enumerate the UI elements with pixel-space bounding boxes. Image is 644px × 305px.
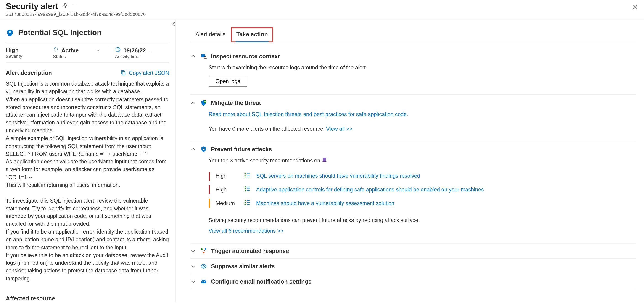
status-label: Status bbox=[53, 54, 103, 59]
severity-bar bbox=[208, 185, 210, 195]
chevron-down-icon bbox=[190, 264, 196, 269]
severity-label: High bbox=[216, 186, 238, 194]
recommendation-row: HighAdaptive application controls for de… bbox=[208, 183, 636, 197]
pin-icon[interactable] bbox=[62, 3, 68, 10]
recommendation-row: HighSQL servers on machines should have … bbox=[208, 170, 636, 183]
tab-take-action[interactable]: Take action bbox=[231, 28, 273, 42]
svg-rect-9 bbox=[323, 158, 326, 161]
svg-rect-10 bbox=[323, 161, 326, 162]
section-prevent-header[interactable]: Prevent future attacks bbox=[190, 144, 636, 154]
svg-rect-2 bbox=[10, 33, 10, 33]
stat-severity: High Severity bbox=[6, 47, 47, 59]
chevron-down-icon bbox=[190, 248, 196, 254]
alert-description-text: SQL Injection is a common database attac… bbox=[6, 80, 169, 283]
section-trigger-response: Trigger automated response bbox=[190, 244, 636, 259]
mail-icon bbox=[200, 278, 207, 285]
inspect-text: Start with examining the resource logs a… bbox=[208, 64, 636, 72]
resource-icon bbox=[322, 158, 328, 164]
mitigate-viewall-link[interactable]: View all >> bbox=[326, 125, 352, 132]
section-inspect-title: Inspect resource context bbox=[211, 53, 280, 59]
section-trigger-title: Trigger automated response bbox=[211, 248, 289, 254]
status-value: Active bbox=[61, 47, 78, 54]
close-icon[interactable] bbox=[632, 4, 638, 11]
section-email-header[interactable]: Configure email notification settings bbox=[190, 277, 636, 286]
eye-off-icon bbox=[200, 263, 207, 270]
blade-header: Security alert ··· 2517380832749999999_f… bbox=[0, 0, 644, 19]
tabs: Alert details Take action bbox=[190, 28, 636, 42]
copy-alert-json-label: Copy alert JSON bbox=[129, 70, 169, 76]
affected-resource-heading: Affected resource bbox=[6, 295, 169, 302]
prevent-footer-text: Solving security recommendations can pre… bbox=[208, 216, 636, 225]
section-mitigate-threat: Mitigate the threat Read more about SQL … bbox=[190, 95, 636, 141]
copy-icon bbox=[120, 70, 126, 75]
recommendation-link[interactable]: Adaptive application controls for defini… bbox=[256, 186, 484, 194]
workflow-icon bbox=[200, 248, 207, 254]
svg-point-13 bbox=[203, 252, 204, 254]
recommendation-link[interactable]: SQL servers on machines should have vuln… bbox=[256, 172, 420, 181]
mitigate-readmore-link[interactable]: Read more about SQL Injection threats an… bbox=[208, 111, 408, 117]
prevent-viewall-link[interactable]: View all 6 recommendations >> bbox=[208, 228, 284, 234]
checklist-icon bbox=[244, 185, 250, 195]
page-title: Security alert bbox=[6, 1, 58, 11]
mitigate-more-alerts-text: You have 0 more alerts on the affected r… bbox=[208, 125, 326, 132]
svg-point-14 bbox=[203, 266, 204, 267]
severity-bar bbox=[208, 199, 210, 208]
svg-rect-1 bbox=[10, 31, 10, 33]
stat-status[interactable]: Active Status bbox=[47, 47, 110, 59]
stat-activity-time: 09/26/22… Activity time bbox=[109, 47, 169, 59]
section-prevent-title: Prevent future attacks bbox=[211, 146, 272, 153]
section-trigger-header[interactable]: Trigger automated response bbox=[190, 247, 636, 255]
shield-lock-icon bbox=[200, 146, 207, 153]
recommendation-row: MediumMachines should have a vulnerabili… bbox=[208, 197, 636, 210]
severity-label: High bbox=[216, 172, 238, 181]
chevron-down-icon[interactable] bbox=[96, 47, 100, 54]
section-inspect-resource: Inspect resource context Start with exam… bbox=[190, 48, 636, 94]
section-mitigate-header[interactable]: Mitigate the threat bbox=[190, 98, 636, 108]
alert-name: Potential SQL Injection bbox=[18, 28, 102, 37]
section-suppress-title: Suppress similar alerts bbox=[211, 263, 275, 270]
shield-plus-icon bbox=[200, 99, 207, 106]
more-icon[interactable]: ··· bbox=[72, 1, 80, 8]
right-panel: Alert details Take action Inspect resour… bbox=[176, 19, 644, 302]
section-inspect-header[interactable]: Inspect resource context bbox=[190, 51, 636, 61]
severity-label: Medium bbox=[216, 199, 238, 208]
section-suppress-header[interactable]: Suppress similar alerts bbox=[190, 262, 636, 270]
shield-icon bbox=[6, 29, 14, 37]
chevron-up-icon bbox=[190, 146, 196, 152]
section-suppress-alerts: Suppress similar alerts bbox=[190, 259, 636, 274]
stats-row: High Severity Active Status 09/26/22… bbox=[6, 43, 169, 63]
chevron-down-icon bbox=[190, 279, 196, 285]
checklist-icon bbox=[244, 172, 250, 181]
description-heading: Alert description bbox=[6, 69, 52, 76]
chevron-up-icon bbox=[190, 53, 196, 59]
svg-rect-8 bbox=[203, 149, 204, 150]
svg-rect-15 bbox=[201, 280, 206, 283]
left-panel: Potential SQL Injection High Severity Ac… bbox=[0, 19, 176, 302]
copy-alert-json-button[interactable]: Copy alert JSON bbox=[120, 70, 169, 76]
recommendations-list: HighSQL servers on machines should have … bbox=[208, 170, 636, 210]
section-email-title: Configure email notification settings bbox=[211, 278, 312, 285]
section-mitigate-title: Mitigate the threat bbox=[211, 99, 261, 106]
collapse-panel-icon[interactable] bbox=[170, 21, 176, 28]
activity-time-label: Activity time bbox=[115, 54, 164, 59]
open-logs-button[interactable]: Open logs bbox=[208, 75, 247, 87]
severity-label: Severity bbox=[6, 54, 41, 59]
prevent-intro-text: Your top 3 active security recommendatio… bbox=[208, 158, 322, 164]
spinner-icon bbox=[53, 47, 59, 54]
chevron-up-icon bbox=[190, 100, 196, 106]
svg-rect-4 bbox=[122, 72, 125, 75]
checklist-icon bbox=[244, 199, 250, 208]
section-prevent-attacks: Prevent future attacks Your top 3 active… bbox=[190, 141, 636, 244]
tab-alert-details[interactable]: Alert details bbox=[190, 28, 231, 42]
severity-value: High bbox=[6, 47, 41, 53]
alert-id: 2517380832749999999_f260411b-2dd4-4f7d-a… bbox=[6, 12, 638, 17]
activity-time-value: 09/26/22… bbox=[123, 47, 152, 54]
severity-bar bbox=[208, 172, 210, 181]
svg-point-6 bbox=[204, 56, 206, 58]
section-email-notifications: Configure email notification settings bbox=[190, 274, 636, 290]
recommendation-link[interactable]: Machines should have a vulnerability ass… bbox=[256, 199, 394, 208]
magnifier-resource-icon bbox=[200, 53, 207, 59]
clock-icon bbox=[115, 47, 121, 54]
